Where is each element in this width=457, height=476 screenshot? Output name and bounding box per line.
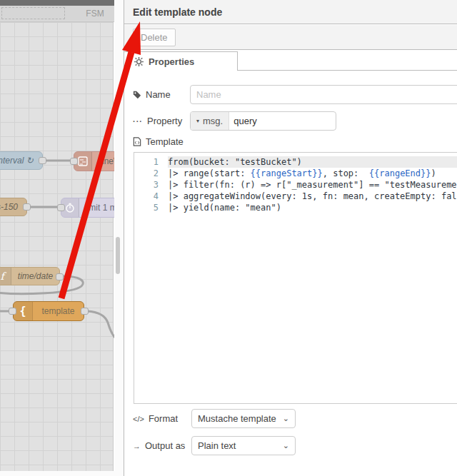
node-red-editor: FSM nterval ↻ sineW s-150: [0, 0, 457, 476]
flow-tab-1[interactable]: [0, 6, 67, 21]
input-port[interactable]: [70, 158, 78, 165]
name-input[interactable]: [190, 85, 457, 104]
format-select[interactable]: Mustache template ⌄: [191, 409, 296, 428]
code-icon: </>: [133, 415, 144, 423]
delete-button[interactable]: Delete: [133, 29, 176, 46]
output-port[interactable]: [81, 308, 89, 315]
arrow-right-icon: →: [133, 442, 141, 450]
canvas-scroll-area: [0, 471, 114, 476]
template-field-label: Template: [133, 136, 184, 147]
output-select-value: Plain text: [198, 440, 236, 451]
node-label: nterval ↻: [0, 156, 42, 166]
template-code-editor[interactable]: 1from(bucket: "testBucket")2|> range(sta…: [134, 152, 457, 404]
tray-toolbar: Delete: [124, 25, 457, 50]
node-label: limit 1 ms: [79, 203, 114, 213]
tray-body: Name ··· Property ▾ msg. query Templ: [124, 71, 457, 476]
input-port[interactable]: [57, 204, 65, 211]
code-line[interactable]: 3|> filter(fn: (r) => r["_measurement"] …: [134, 179, 457, 191]
output-port[interactable]: [56, 273, 64, 280]
property-typed-input[interactable]: ▾ msg. query: [190, 111, 336, 131]
template-icon: {: [14, 302, 33, 320]
workspace-scrollbar: [114, 0, 124, 476]
property-value[interactable]: query: [229, 112, 261, 130]
flow-tab-fsm[interactable]: FSM: [66, 6, 114, 21]
node-label: sineW: [92, 156, 114, 166]
property-type-button[interactable]: ▾ msg.: [191, 112, 229, 130]
chevron-down-icon: ⌄: [283, 441, 289, 450]
line-number: 2: [134, 168, 168, 179]
code-line[interactable]: 2|> range(start: {{rangeStart}}, stop: {…: [134, 168, 457, 179]
line-number: 5: [134, 202, 168, 213]
code-text: |> range(start: {{rangeStart}}, stop: {{…: [168, 168, 457, 179]
output-port[interactable]: [23, 203, 31, 211]
code-text: |> yield(name: "mean"): [168, 202, 457, 213]
edit-node-tray: Edit template node Delete Properties Nam…: [124, 0, 457, 476]
tab-focus-outline: [1, 7, 65, 19]
flow-tab-label: FSM: [86, 9, 104, 19]
line-number: 3: [134, 179, 168, 191]
app-header-strip: [0, 0, 114, 6]
gear-icon: [134, 57, 144, 66]
node-s150[interactable]: s-150: [0, 198, 27, 216]
flow-canvas[interactable]: [0, 22, 114, 471]
function-icon: f: [0, 268, 11, 285]
flow-tab-bar: FSM: [0, 6, 114, 22]
file-code-icon: [133, 137, 141, 146]
property-field-label: ··· Property: [133, 116, 182, 126]
name-field-label: Name: [133, 89, 171, 100]
output-field-label: → Output as: [133, 440, 185, 451]
format-field-label: </> Format: [133, 413, 178, 424]
flow-workspace: FSM nterval ↻ sineW s-150: [0, 0, 114, 476]
node-label: time/date: [11, 271, 59, 281]
code-text: |> filter(fn: (r) => r["_measurement"] =…: [168, 179, 457, 191]
input-port[interactable]: [9, 308, 16, 315]
node-template-selected[interactable]: { template: [13, 301, 84, 321]
node-interval[interactable]: nterval ↻: [0, 151, 43, 170]
line-number: 4: [134, 191, 168, 202]
code-text: |> aggregateWindow(every: 1s, fn: mean, …: [168, 191, 457, 202]
scrollbar-thumb[interactable]: [116, 237, 120, 274]
format-select-value: Mustache template: [198, 413, 276, 424]
node-timedate[interactable]: f time/date: [0, 267, 60, 285]
output-select[interactable]: Plain text ⌄: [191, 436, 296, 455]
chevron-down-icon: ⌄: [283, 414, 289, 423]
code-line[interactable]: 4|> aggregateWindow(every: 1s, fn: mean,…: [134, 191, 457, 202]
node-label: template: [33, 306, 84, 316]
tray-header: Edit template node: [124, 0, 457, 24]
tag-icon: [133, 91, 141, 99]
line-number: 1: [134, 156, 168, 168]
code-line[interactable]: 1from(bucket: "testBucket"): [134, 153, 457, 168]
tray-tab-bar: Properties: [124, 50, 457, 71]
code-line[interactable]: 5|> yield(name: "mean"): [134, 202, 457, 213]
node-sinewave[interactable]: sineW: [74, 151, 114, 171]
ellipsis-icon: ···: [133, 117, 143, 126]
tray-title: Edit template node: [124, 6, 222, 18]
node-limit-1ms[interactable]: limit 1 ms: [61, 198, 114, 218]
property-type-prefix: msg.: [203, 116, 223, 126]
dropdown-caret-icon: ▾: [196, 118, 199, 124]
tab-properties[interactable]: Properties: [124, 51, 238, 71]
code-text: from(bucket: "testBucket"): [168, 156, 457, 168]
output-port[interactable]: [39, 157, 46, 164]
tab-properties-label: Properties: [149, 56, 194, 67]
